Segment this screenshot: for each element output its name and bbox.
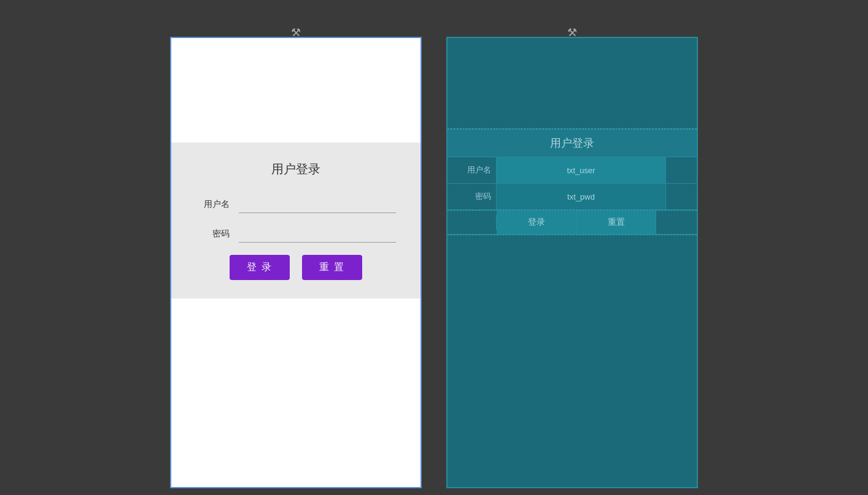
right-password-row: 密码 txt_pwd bbox=[448, 184, 697, 210]
right-username-spacer bbox=[666, 157, 697, 183]
right-panel-wireframe: 用户登录 用户名 txt_user 密码 txt_pwd 登录 重置 bbox=[446, 37, 698, 488]
right-password-label: 密码 bbox=[448, 184, 497, 209]
right-reset-button: 重置 bbox=[576, 211, 656, 234]
right-password-spacer bbox=[666, 184, 697, 209]
left-form-area: 用户登录 用户名 密码 登 录 重 置 bbox=[171, 142, 420, 298]
left-top-space bbox=[171, 38, 420, 142]
right-username-field: txt_user bbox=[497, 157, 666, 183]
right-username-row: 用户名 txt_user bbox=[448, 157, 697, 184]
left-panel-wrapper: ⚒ 用户登录 用户名 密码 登 录 重 置 bbox=[170, 18, 422, 488]
username-row: 用户名 bbox=[196, 196, 396, 213]
left-bottom-space bbox=[171, 298, 420, 487]
right-login-button: 登录 bbox=[497, 211, 576, 234]
left-panel-title: 用户登录 bbox=[196, 161, 396, 177]
password-label: 密码 bbox=[196, 228, 230, 240]
username-label: 用户名 bbox=[196, 199, 230, 210]
right-title-bar: 用户登录 bbox=[448, 129, 697, 157]
right-form-area: 用户名 txt_user 密码 txt_pwd bbox=[448, 157, 697, 211]
password-row: 密码 bbox=[196, 225, 396, 243]
password-input[interactable] bbox=[239, 225, 396, 243]
right-panel-wrapper: ⚒ 用户登录 用户名 txt_user 密码 txt_pwd 登录 重置 bbox=[446, 18, 698, 488]
right-top-space bbox=[448, 38, 697, 129]
right-username-label: 用户名 bbox=[448, 157, 497, 183]
login-button[interactable]: 登 录 bbox=[230, 255, 290, 280]
right-buttons-row: 登录 重置 bbox=[448, 211, 697, 235]
right-password-field: txt_pwd bbox=[497, 184, 666, 209]
left-panel-preview: 用户登录 用户名 密码 登 录 重 置 bbox=[170, 37, 422, 488]
username-input[interactable] bbox=[239, 196, 396, 213]
right-panel-title: 用户登录 bbox=[550, 137, 594, 149]
form-buttons: 登 录 重 置 bbox=[196, 255, 396, 280]
right-bottom-space bbox=[448, 235, 697, 487]
right-btn-spacer-left bbox=[448, 215, 497, 230]
reset-button[interactable]: 重 置 bbox=[302, 255, 362, 280]
